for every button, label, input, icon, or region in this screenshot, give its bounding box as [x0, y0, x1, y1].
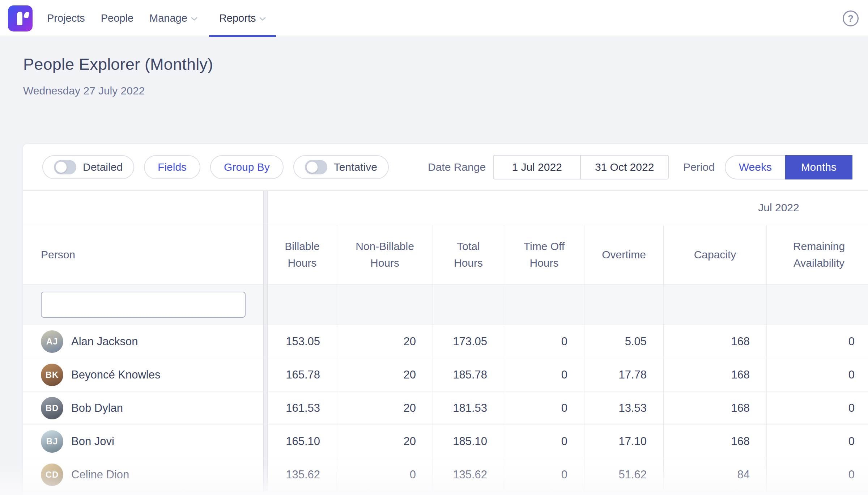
value-cell: 20 — [337, 392, 433, 424]
value-cell: 0 — [337, 458, 433, 491]
report-toolbar: Detailed Fields Group By Tentative Date … — [23, 144, 868, 190]
detailed-label: Detailed — [83, 161, 123, 173]
nav-item-projects[interactable]: Projects — [47, 0, 85, 37]
person-name: Beyoncé Knowles — [71, 368, 160, 381]
filter-cell — [504, 285, 584, 325]
fields-button[interactable]: Fields — [144, 155, 200, 179]
avatar: CD — [41, 464, 63, 486]
date-range-picker: 1 Jul 2022 31 Oct 2022 — [493, 155, 669, 179]
value-cell: 165.78 — [268, 358, 337, 391]
period-weeks-button[interactable]: Weeks — [725, 155, 785, 179]
person-cell[interactable]: BK Beyoncé Knowles — [23, 358, 263, 391]
person-name: Bob Dylan — [71, 402, 123, 415]
column-divider — [263, 392, 268, 424]
nav-item-label: Manage — [149, 12, 187, 24]
value-cell: 135.62 — [433, 458, 504, 491]
date-range-label: Date Range — [428, 161, 486, 173]
report-table: Jul 2022 Person Billable HoursNon-Billab… — [23, 190, 868, 491]
toggle-off-icon[interactable] — [54, 160, 76, 174]
person-column-label: Person — [23, 249, 75, 261]
filter-cell — [268, 285, 337, 325]
value-cell: 0 — [504, 458, 584, 491]
chevron-down-icon — [191, 17, 197, 21]
detailed-toggle[interactable]: Detailed — [42, 155, 134, 179]
date-end-input[interactable]: 31 Oct 2022 — [581, 156, 668, 179]
column-header: Capacity — [664, 225, 767, 284]
nav-item-people[interactable]: People — [101, 0, 133, 37]
month-row-person-cell — [23, 191, 263, 225]
month-header-cell: Jul 2022 — [268, 191, 868, 225]
value-cell: 51.62 — [584, 458, 664, 491]
period-segmented-control: Weeks Months — [725, 155, 852, 179]
value-cell: 20 — [337, 358, 433, 391]
person-cell[interactable]: AJ Alan Jackson — [23, 325, 263, 358]
row-values: 161.5320181.53013.531680 — [268, 392, 868, 424]
app-viewport: Projects People Manage Reports ? People … — [0, 0, 868, 495]
person-cell[interactable]: CD Celine Dion — [23, 458, 263, 491]
row-values: 165.1020185.10017.101680 — [268, 425, 868, 458]
nav-item-label: Projects — [47, 12, 85, 24]
tentative-toggle[interactable]: Tentative — [293, 155, 389, 179]
value-cell: 0 — [767, 325, 868, 358]
avatar: AJ — [41, 330, 63, 353]
person-cell[interactable]: BD Bob Dylan — [23, 392, 263, 424]
toolbar-right: Date Range 1 Jul 2022 31 Oct 2022 Period… — [428, 144, 852, 190]
nav-item-label: People — [101, 12, 133, 24]
active-tab-underline — [209, 35, 276, 37]
tentative-label: Tentative — [334, 161, 377, 173]
runn-logo-glyph — [8, 5, 33, 31]
column-header: Time Off Hours — [504, 225, 584, 284]
filter-cell — [584, 285, 664, 325]
value-cell: 0 — [504, 358, 584, 391]
table-row: CD Celine Dion 135.620135.62051.62840 — [23, 458, 868, 491]
value-cell: 135.62 — [268, 458, 337, 491]
value-cell: 0 — [767, 358, 868, 391]
runn-logo[interactable] — [8, 5, 33, 31]
value-cell: 20 — [337, 325, 433, 358]
report-card: Detailed Fields Group By Tentative Date … — [23, 144, 868, 495]
column-divider — [263, 325, 268, 358]
date-start-input[interactable]: 1 Jul 2022 — [494, 156, 581, 179]
avatar: BD — [41, 397, 63, 419]
person-filter-cell — [23, 285, 263, 325]
table-row: BD Bob Dylan 161.5320181.53013.531680 — [23, 392, 868, 425]
filter-cell — [767, 285, 868, 325]
value-cell: 0 — [504, 325, 584, 358]
value-cell: 185.10 — [433, 425, 504, 458]
person-cell[interactable]: BJ Bon Jovi — [23, 425, 263, 458]
person-name: Alan Jackson — [71, 335, 138, 348]
value-cell: 0 — [767, 425, 868, 458]
value-cell: 17.78 — [584, 358, 664, 391]
month-header-row: Jul 2022 — [23, 190, 868, 225]
main-menu: Projects People Manage Reports — [33, 0, 276, 37]
help-button[interactable]: ? — [843, 10, 859, 26]
person-header-cell: Person — [23, 225, 263, 284]
column-headers: Billable HoursNon-Billable HoursTotal Ho… — [268, 225, 868, 284]
column-header: Total Hours — [433, 225, 504, 284]
column-header: Non-Billable Hours — [337, 225, 433, 284]
column-divider — [263, 458, 268, 491]
value-cell: 17.10 — [584, 425, 664, 458]
filter-cell — [433, 285, 504, 325]
nav-item-manage[interactable]: Manage — [149, 0, 197, 37]
filter-cells — [268, 285, 868, 325]
row-values: 135.620135.62051.62840 — [268, 458, 868, 491]
value-cell: 185.78 — [433, 358, 504, 391]
chevron-down-icon — [259, 17, 266, 21]
value-cell: 168 — [664, 325, 767, 358]
column-divider — [263, 285, 268, 325]
period-label: Period — [683, 161, 715, 173]
page-date: Wednesday 27 July 2022 — [23, 85, 868, 97]
toggle-off-icon[interactable] — [305, 160, 327, 174]
question-mark-icon: ? — [848, 13, 854, 24]
period-months-button[interactable]: Months — [785, 155, 852, 179]
value-cell: 161.53 — [268, 392, 337, 424]
person-name: Bon Jovi — [71, 435, 114, 448]
value-cell: 0 — [767, 458, 868, 491]
value-cell: 165.10 — [268, 425, 337, 458]
value-cell: 5.05 — [584, 325, 664, 358]
column-header: Overtime — [584, 225, 664, 284]
group-by-button[interactable]: Group By — [210, 155, 284, 179]
nav-item-reports[interactable]: Reports — [209, 0, 276, 37]
person-filter-input[interactable] — [41, 292, 246, 318]
